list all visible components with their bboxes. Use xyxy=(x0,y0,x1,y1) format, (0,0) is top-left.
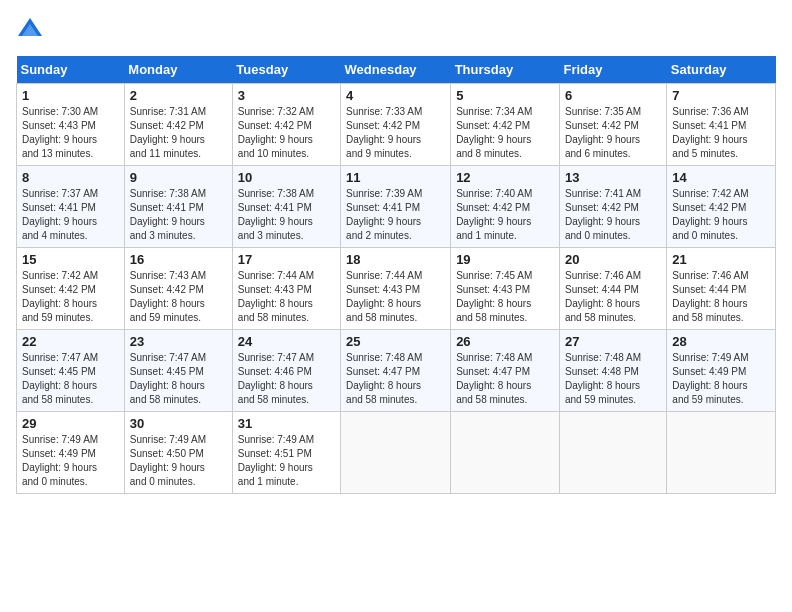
day-number: 18 xyxy=(346,252,445,267)
calendar-cell: 24Sunrise: 7:47 AMSunset: 4:46 PMDayligh… xyxy=(232,330,340,412)
calendar-cell: 30Sunrise: 7:49 AMSunset: 4:50 PMDayligh… xyxy=(124,412,232,494)
logo-icon xyxy=(16,16,44,44)
logo xyxy=(16,16,48,44)
day-info: Sunrise: 7:44 AMSunset: 4:43 PMDaylight:… xyxy=(346,269,445,325)
calendar-cell: 12Sunrise: 7:40 AMSunset: 4:42 PMDayligh… xyxy=(451,166,560,248)
day-number: 28 xyxy=(672,334,770,349)
day-info: Sunrise: 7:41 AMSunset: 4:42 PMDaylight:… xyxy=(565,187,661,243)
day-number: 27 xyxy=(565,334,661,349)
col-header-friday: Friday xyxy=(559,56,666,84)
day-info: Sunrise: 7:43 AMSunset: 4:42 PMDaylight:… xyxy=(130,269,227,325)
calendar-cell: 27Sunrise: 7:48 AMSunset: 4:48 PMDayligh… xyxy=(559,330,666,412)
day-number: 29 xyxy=(22,416,119,431)
calendar-cell: 20Sunrise: 7:46 AMSunset: 4:44 PMDayligh… xyxy=(559,248,666,330)
day-info: Sunrise: 7:48 AMSunset: 4:47 PMDaylight:… xyxy=(346,351,445,407)
day-number: 24 xyxy=(238,334,335,349)
calendar-cell: 17Sunrise: 7:44 AMSunset: 4:43 PMDayligh… xyxy=(232,248,340,330)
day-number: 12 xyxy=(456,170,554,185)
day-info: Sunrise: 7:31 AMSunset: 4:42 PMDaylight:… xyxy=(130,105,227,161)
week-row-4: 22Sunrise: 7:47 AMSunset: 4:45 PMDayligh… xyxy=(17,330,776,412)
calendar-cell: 13Sunrise: 7:41 AMSunset: 4:42 PMDayligh… xyxy=(559,166,666,248)
calendar-cell: 18Sunrise: 7:44 AMSunset: 4:43 PMDayligh… xyxy=(341,248,451,330)
day-number: 1 xyxy=(22,88,119,103)
day-number: 19 xyxy=(456,252,554,267)
day-info: Sunrise: 7:49 AMSunset: 4:50 PMDaylight:… xyxy=(130,433,227,489)
day-number: 31 xyxy=(238,416,335,431)
calendar-cell: 15Sunrise: 7:42 AMSunset: 4:42 PMDayligh… xyxy=(17,248,125,330)
day-number: 10 xyxy=(238,170,335,185)
day-info: Sunrise: 7:48 AMSunset: 4:48 PMDaylight:… xyxy=(565,351,661,407)
calendar-cell: 7Sunrise: 7:36 AMSunset: 4:41 PMDaylight… xyxy=(667,84,776,166)
calendar-cell: 16Sunrise: 7:43 AMSunset: 4:42 PMDayligh… xyxy=(124,248,232,330)
day-info: Sunrise: 7:42 AMSunset: 4:42 PMDaylight:… xyxy=(22,269,119,325)
day-info: Sunrise: 7:37 AMSunset: 4:41 PMDaylight:… xyxy=(22,187,119,243)
day-info: Sunrise: 7:30 AMSunset: 4:43 PMDaylight:… xyxy=(22,105,119,161)
day-number: 30 xyxy=(130,416,227,431)
day-info: Sunrise: 7:38 AMSunset: 4:41 PMDaylight:… xyxy=(130,187,227,243)
day-number: 5 xyxy=(456,88,554,103)
day-number: 16 xyxy=(130,252,227,267)
week-row-2: 8Sunrise: 7:37 AMSunset: 4:41 PMDaylight… xyxy=(17,166,776,248)
col-header-sunday: Sunday xyxy=(17,56,125,84)
day-info: Sunrise: 7:47 AMSunset: 4:45 PMDaylight:… xyxy=(130,351,227,407)
day-number: 17 xyxy=(238,252,335,267)
day-info: Sunrise: 7:39 AMSunset: 4:41 PMDaylight:… xyxy=(346,187,445,243)
calendar-cell: 4Sunrise: 7:33 AMSunset: 4:42 PMDaylight… xyxy=(341,84,451,166)
calendar-cell: 19Sunrise: 7:45 AMSunset: 4:43 PMDayligh… xyxy=(451,248,560,330)
col-header-tuesday: Tuesday xyxy=(232,56,340,84)
col-header-saturday: Saturday xyxy=(667,56,776,84)
calendar-cell xyxy=(341,412,451,494)
day-number: 13 xyxy=(565,170,661,185)
day-number: 4 xyxy=(346,88,445,103)
day-number: 25 xyxy=(346,334,445,349)
page-header xyxy=(16,16,776,44)
day-number: 23 xyxy=(130,334,227,349)
day-info: Sunrise: 7:47 AMSunset: 4:45 PMDaylight:… xyxy=(22,351,119,407)
calendar-cell: 9Sunrise: 7:38 AMSunset: 4:41 PMDaylight… xyxy=(124,166,232,248)
calendar-cell: 21Sunrise: 7:46 AMSunset: 4:44 PMDayligh… xyxy=(667,248,776,330)
day-info: Sunrise: 7:44 AMSunset: 4:43 PMDaylight:… xyxy=(238,269,335,325)
calendar-cell: 23Sunrise: 7:47 AMSunset: 4:45 PMDayligh… xyxy=(124,330,232,412)
day-info: Sunrise: 7:40 AMSunset: 4:42 PMDaylight:… xyxy=(456,187,554,243)
calendar-cell xyxy=(451,412,560,494)
day-info: Sunrise: 7:35 AMSunset: 4:42 PMDaylight:… xyxy=(565,105,661,161)
day-number: 6 xyxy=(565,88,661,103)
calendar-cell: 14Sunrise: 7:42 AMSunset: 4:42 PMDayligh… xyxy=(667,166,776,248)
calendar-cell: 29Sunrise: 7:49 AMSunset: 4:49 PMDayligh… xyxy=(17,412,125,494)
day-info: Sunrise: 7:49 AMSunset: 4:49 PMDaylight:… xyxy=(22,433,119,489)
calendar-cell xyxy=(667,412,776,494)
day-number: 11 xyxy=(346,170,445,185)
calendar-cell: 3Sunrise: 7:32 AMSunset: 4:42 PMDaylight… xyxy=(232,84,340,166)
day-number: 3 xyxy=(238,88,335,103)
day-number: 7 xyxy=(672,88,770,103)
calendar-table: SundayMondayTuesdayWednesdayThursdayFrid… xyxy=(16,56,776,494)
day-number: 21 xyxy=(672,252,770,267)
calendar-cell: 5Sunrise: 7:34 AMSunset: 4:42 PMDaylight… xyxy=(451,84,560,166)
calendar-cell: 10Sunrise: 7:38 AMSunset: 4:41 PMDayligh… xyxy=(232,166,340,248)
column-headers: SundayMondayTuesdayWednesdayThursdayFrid… xyxy=(17,56,776,84)
day-number: 15 xyxy=(22,252,119,267)
calendar-cell: 2Sunrise: 7:31 AMSunset: 4:42 PMDaylight… xyxy=(124,84,232,166)
day-info: Sunrise: 7:49 AMSunset: 4:49 PMDaylight:… xyxy=(672,351,770,407)
day-info: Sunrise: 7:46 AMSunset: 4:44 PMDaylight:… xyxy=(672,269,770,325)
week-row-3: 15Sunrise: 7:42 AMSunset: 4:42 PMDayligh… xyxy=(17,248,776,330)
day-info: Sunrise: 7:33 AMSunset: 4:42 PMDaylight:… xyxy=(346,105,445,161)
week-row-1: 1Sunrise: 7:30 AMSunset: 4:43 PMDaylight… xyxy=(17,84,776,166)
day-info: Sunrise: 7:49 AMSunset: 4:51 PMDaylight:… xyxy=(238,433,335,489)
day-info: Sunrise: 7:47 AMSunset: 4:46 PMDaylight:… xyxy=(238,351,335,407)
day-number: 14 xyxy=(672,170,770,185)
day-number: 22 xyxy=(22,334,119,349)
day-info: Sunrise: 7:46 AMSunset: 4:44 PMDaylight:… xyxy=(565,269,661,325)
day-info: Sunrise: 7:36 AMSunset: 4:41 PMDaylight:… xyxy=(672,105,770,161)
calendar-cell: 8Sunrise: 7:37 AMSunset: 4:41 PMDaylight… xyxy=(17,166,125,248)
day-number: 8 xyxy=(22,170,119,185)
day-info: Sunrise: 7:45 AMSunset: 4:43 PMDaylight:… xyxy=(456,269,554,325)
week-row-5: 29Sunrise: 7:49 AMSunset: 4:49 PMDayligh… xyxy=(17,412,776,494)
day-number: 20 xyxy=(565,252,661,267)
day-number: 26 xyxy=(456,334,554,349)
col-header-wednesday: Wednesday xyxy=(341,56,451,84)
day-number: 2 xyxy=(130,88,227,103)
day-info: Sunrise: 7:48 AMSunset: 4:47 PMDaylight:… xyxy=(456,351,554,407)
calendar-cell: 25Sunrise: 7:48 AMSunset: 4:47 PMDayligh… xyxy=(341,330,451,412)
day-info: Sunrise: 7:38 AMSunset: 4:41 PMDaylight:… xyxy=(238,187,335,243)
